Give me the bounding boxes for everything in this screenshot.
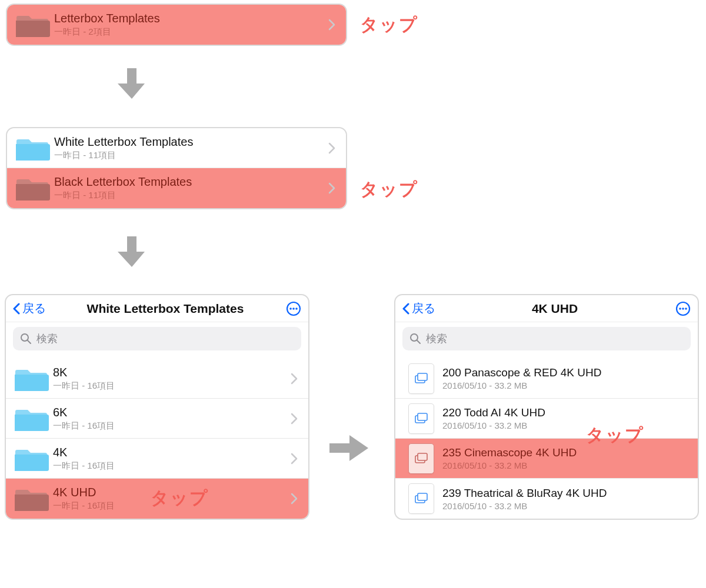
row-title: 235 Cinemascope 4K UHD [442,446,691,459]
back-button[interactable]: 戻る [12,300,46,316]
panel3-title: White Letterbox Templates [46,302,285,316]
row-title: 4K [53,446,287,459]
row-subtitle: 2016/05/10 - 33.2 MB [442,380,691,390]
folder-icon [11,364,53,393]
more-icon [675,301,691,316]
panel4-title: 4K UHD [435,302,674,316]
file-row-220[interactable]: 220 Todd AI 4K UHD 2016/05/10 - 33.2 MB [395,399,698,439]
arrow-down-icon [118,68,146,103]
panel4-header: 戻る 4K UHD [395,295,698,322]
folder-row-4k[interactable]: 4K 一昨日 - 16項目 [6,439,308,479]
more-button[interactable] [285,300,302,318]
folder-icon [11,404,53,433]
row-subtitle: 一昨日 - 16項目 [53,380,287,392]
folder-icon [12,133,54,163]
row-title: 6K [53,406,287,419]
search-icon [409,333,421,345]
row-title: White Letterbox Templates [54,135,325,149]
row-title: 8K [53,366,287,379]
more-icon [286,301,301,316]
chevron-right-icon [287,453,301,465]
search-icon [20,333,32,345]
search-input[interactable]: 検索 [13,327,301,350]
folder-row-letterbox[interactable]: Letterbox Templates 一昨日 - 2項目 [7,5,346,45]
search-placeholder: 検索 [426,332,447,346]
search-input[interactable]: 検索 [402,327,691,350]
chevron-left-icon [12,303,21,315]
panel-1: Letterbox Templates 一昨日 - 2項目 [6,4,347,46]
panel-4: 戻る 4K UHD 検索 200 Panascope & RED 4K UHD … [394,294,699,520]
tap-label-2: タップ [360,178,418,202]
chevron-right-icon [325,182,339,194]
tap-label-3: タップ [151,486,209,510]
panel-2: White Letterbox Templates 一昨日 - 11項目 Bla… [6,127,347,209]
folder-icon [12,10,54,39]
chevron-right-icon [287,493,301,505]
file-row-239[interactable]: 239 Theatrical & BluRay 4K UHD 2016/05/1… [395,479,698,519]
search-placeholder: 検索 [36,332,58,346]
folder-icon [11,444,53,473]
row-title: 239 Theatrical & BluRay 4K UHD [442,487,691,500]
row-subtitle: 2016/05/10 - 33.2 MB [442,460,691,470]
back-button[interactable]: 戻る [401,300,435,316]
back-label: 戻る [412,300,435,316]
panel3-header: 戻る White Letterbox Templates [6,295,308,322]
row-title: 220 Todd AI 4K UHD [442,406,691,419]
chevron-right-icon [325,142,339,154]
folder-icon [12,173,54,203]
row-subtitle: 一昨日 - 16項目 [53,420,287,432]
arrow-down-icon [118,236,146,272]
row-title: 200 Panascope & RED 4K UHD [442,366,691,379]
more-button[interactable] [674,300,692,318]
chevron-right-icon [287,413,301,425]
folder-row-black[interactable]: Black Letterbox Templates 一昨日 - 11項目 [7,168,346,208]
file-icon [400,403,442,434]
chevron-left-icon [401,303,411,315]
row-subtitle: 一昨日 - 11項目 [54,190,325,201]
row-subtitle: 2016/05/10 - 33.2 MB [442,420,691,430]
row-subtitle: 2016/05/10 - 33.2 MB [442,501,691,511]
row-title: Black Letterbox Templates [54,175,325,189]
arrow-right-icon [329,435,371,465]
file-row-200[interactable]: 200 Panascope & RED 4K UHD 2016/05/10 - … [395,359,698,399]
tap-label-4: タップ [586,423,644,447]
file-icon [400,363,442,394]
row-subtitle: 一昨日 - 11項目 [54,150,325,161]
folder-row-8k[interactable]: 8K 一昨日 - 16項目 [6,359,308,399]
folder-icon [11,484,53,513]
file-icon [400,483,442,514]
back-label: 戻る [22,300,46,316]
folder-row-6k[interactable]: 6K 一昨日 - 16項目 [6,399,308,439]
file-icon [400,443,442,474]
row-subtitle: 一昨日 - 2項目 [54,26,325,38]
tap-label-1: タップ [360,13,418,37]
chevron-right-icon [325,19,339,31]
chevron-right-icon [287,373,301,385]
row-subtitle: 一昨日 - 16項目 [53,460,287,472]
folder-row-white[interactable]: White Letterbox Templates 一昨日 - 11項目 [7,128,346,168]
file-row-235[interactable]: 235 Cinemascope 4K UHD 2016/05/10 - 33.2… [395,439,698,479]
row-title: Letterbox Templates [54,12,325,25]
